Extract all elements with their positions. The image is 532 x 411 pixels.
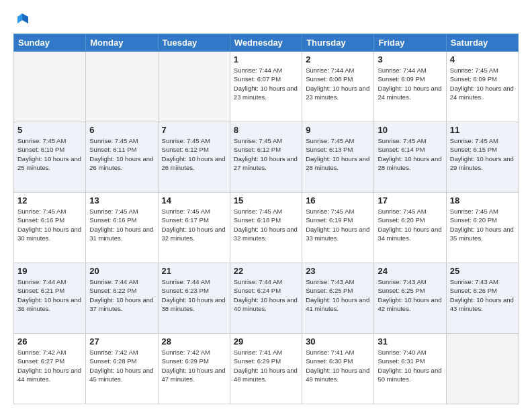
day-number: 25 (450, 266, 515, 276)
day-number: 29 (234, 336, 298, 347)
day-number: 26 (17, 336, 82, 347)
day-number: 4 (450, 54, 515, 64)
calendar-cell: 25Sunrise: 7:43 AM Sunset: 6:26 PM Dayli… (446, 263, 518, 334)
svg-marker-1 (17, 13, 22, 24)
calendar-cell: 14Sunrise: 7:45 AM Sunset: 6:17 PM Dayli… (158, 193, 230, 263)
day-number: 14 (162, 195, 226, 205)
day-info: Sunrise: 7:40 AM Sunset: 6:31 PM Dayligh… (378, 348, 442, 383)
day-number: 7 (162, 125, 226, 135)
day-number: 3 (378, 54, 442, 64)
day-number: 8 (234, 125, 298, 135)
day-info: Sunrise: 7:45 AM Sunset: 6:12 PM Dayligh… (234, 136, 298, 172)
day-info: Sunrise: 7:45 AM Sunset: 6:12 PM Dayligh… (162, 136, 226, 172)
svg-marker-0 (22, 13, 28, 24)
calendar-cell: 8Sunrise: 7:45 AM Sunset: 6:12 PM Daylig… (230, 122, 302, 193)
day-info: Sunrise: 7:41 AM Sunset: 6:30 PM Dayligh… (306, 348, 370, 383)
day-info: Sunrise: 7:45 AM Sunset: 6:15 PM Dayligh… (450, 136, 515, 172)
calendar-cell: 10Sunrise: 7:45 AM Sunset: 6:14 PM Dayli… (374, 122, 446, 193)
calendar-cell (158, 52, 230, 122)
day-number: 21 (162, 266, 226, 276)
day-info: Sunrise: 7:45 AM Sunset: 6:14 PM Dayligh… (378, 136, 442, 172)
calendar-cell: 18Sunrise: 7:45 AM Sunset: 6:20 PM Dayli… (446, 193, 518, 263)
calendar-week-row: 5Sunrise: 7:45 AM Sunset: 6:10 PM Daylig… (14, 122, 519, 193)
day-info: Sunrise: 7:41 AM Sunset: 6:29 PM Dayligh… (234, 348, 298, 383)
day-info: Sunrise: 7:43 AM Sunset: 6:26 PM Dayligh… (450, 277, 515, 313)
calendar-cell: 5Sunrise: 7:45 AM Sunset: 6:10 PM Daylig… (14, 122, 86, 193)
day-number: 12 (17, 195, 82, 205)
day-info: Sunrise: 7:45 AM Sunset: 6:16 PM Dayligh… (89, 207, 154, 242)
day-number: 30 (306, 336, 370, 347)
calendar-week-row: 26Sunrise: 7:42 AM Sunset: 6:27 PM Dayli… (14, 334, 519, 404)
day-info: Sunrise: 7:43 AM Sunset: 6:25 PM Dayligh… (306, 277, 370, 313)
calendar-cell: 15Sunrise: 7:45 AM Sunset: 6:18 PM Dayli… (230, 193, 302, 263)
calendar-cell: 24Sunrise: 7:43 AM Sunset: 6:25 PM Dayli… (374, 263, 446, 334)
day-info: Sunrise: 7:45 AM Sunset: 6:19 PM Dayligh… (306, 207, 370, 242)
day-info: Sunrise: 7:45 AM Sunset: 6:17 PM Dayligh… (162, 207, 226, 242)
weekday-header: Sunday (14, 34, 86, 52)
calendar-cell: 28Sunrise: 7:42 AM Sunset: 6:29 PM Dayli… (158, 334, 230, 404)
day-number: 16 (306, 195, 370, 205)
day-info: Sunrise: 7:44 AM Sunset: 6:09 PM Dayligh… (378, 66, 442, 101)
weekday-header: Thursday (302, 34, 374, 52)
calendar-cell: 31Sunrise: 7:40 AM Sunset: 6:31 PM Dayli… (374, 334, 446, 404)
day-number: 31 (378, 336, 442, 347)
calendar-cell: 2Sunrise: 7:44 AM Sunset: 6:08 PM Daylig… (302, 52, 374, 122)
day-info: Sunrise: 7:45 AM Sunset: 6:16 PM Dayligh… (17, 207, 82, 242)
weekday-header: Saturday (446, 34, 518, 52)
day-number: 24 (378, 266, 442, 276)
day-number: 11 (450, 125, 515, 135)
day-info: Sunrise: 7:43 AM Sunset: 6:25 PM Dayligh… (378, 277, 442, 313)
day-info: Sunrise: 7:44 AM Sunset: 6:22 PM Dayligh… (89, 277, 154, 313)
header (13, 12, 519, 27)
calendar-cell: 21Sunrise: 7:44 AM Sunset: 6:23 PM Dayli… (158, 263, 230, 334)
day-number: 9 (306, 125, 370, 135)
day-info: Sunrise: 7:44 AM Sunset: 6:08 PM Dayligh… (306, 66, 370, 101)
day-info: Sunrise: 7:42 AM Sunset: 6:29 PM Dayligh… (162, 348, 226, 383)
calendar-cell (14, 52, 86, 122)
day-number: 1 (234, 54, 298, 64)
calendar-cell: 9Sunrise: 7:45 AM Sunset: 6:13 PM Daylig… (302, 122, 374, 193)
day-info: Sunrise: 7:45 AM Sunset: 6:11 PM Dayligh… (89, 136, 154, 172)
calendar-cell: 30Sunrise: 7:41 AM Sunset: 6:30 PM Dayli… (302, 334, 374, 404)
weekday-header: Wednesday (230, 34, 302, 52)
day-number: 2 (306, 54, 370, 64)
logo-flag-icon (15, 12, 30, 27)
day-info: Sunrise: 7:42 AM Sunset: 6:27 PM Dayligh… (17, 348, 82, 383)
day-number: 5 (17, 125, 82, 135)
day-number: 22 (234, 266, 298, 276)
day-number: 15 (234, 195, 298, 205)
day-info: Sunrise: 7:45 AM Sunset: 6:18 PM Dayligh… (234, 207, 298, 242)
calendar-cell: 26Sunrise: 7:42 AM Sunset: 6:27 PM Dayli… (14, 334, 86, 404)
calendar-cell: 12Sunrise: 7:45 AM Sunset: 6:16 PM Dayli… (14, 193, 86, 263)
day-number: 20 (89, 266, 154, 276)
day-number: 13 (89, 195, 154, 205)
day-number: 23 (306, 266, 370, 276)
calendar-cell: 11Sunrise: 7:45 AM Sunset: 6:15 PM Dayli… (446, 122, 518, 193)
day-number: 17 (378, 195, 442, 205)
day-number: 18 (450, 195, 515, 205)
calendar-cell: 17Sunrise: 7:45 AM Sunset: 6:20 PM Dayli… (374, 193, 446, 263)
day-info: Sunrise: 7:42 AM Sunset: 6:28 PM Dayligh… (89, 348, 154, 383)
day-info: Sunrise: 7:45 AM Sunset: 6:09 PM Dayligh… (450, 66, 515, 101)
calendar-cell: 29Sunrise: 7:41 AM Sunset: 6:29 PM Dayli… (230, 334, 302, 404)
logo (13, 12, 30, 27)
calendar-cell: 19Sunrise: 7:44 AM Sunset: 6:21 PM Dayli… (14, 263, 86, 334)
calendar-cell (446, 334, 518, 404)
day-info: Sunrise: 7:44 AM Sunset: 6:21 PM Dayligh… (17, 277, 82, 313)
weekday-header-row: SundayMondayTuesdayWednesdayThursdayFrid… (14, 34, 519, 52)
day-info: Sunrise: 7:45 AM Sunset: 6:10 PM Dayligh… (17, 136, 82, 172)
calendar-cell (86, 52, 158, 122)
calendar-cell: 1Sunrise: 7:44 AM Sunset: 6:07 PM Daylig… (230, 52, 302, 122)
page: SundayMondayTuesdayWednesdayThursdayFrid… (0, 0, 532, 411)
day-number: 10 (378, 125, 442, 135)
calendar-cell: 4Sunrise: 7:45 AM Sunset: 6:09 PM Daylig… (446, 52, 518, 122)
weekday-header: Tuesday (158, 34, 230, 52)
day-info: Sunrise: 7:44 AM Sunset: 6:24 PM Dayligh… (234, 277, 298, 313)
day-info: Sunrise: 7:45 AM Sunset: 6:13 PM Dayligh… (306, 136, 370, 172)
calendar-week-row: 12Sunrise: 7:45 AM Sunset: 6:16 PM Dayli… (14, 193, 519, 263)
day-number: 27 (89, 336, 154, 347)
calendar-cell: 7Sunrise: 7:45 AM Sunset: 6:12 PM Daylig… (158, 122, 230, 193)
weekday-header: Friday (374, 34, 446, 52)
calendar-cell: 6Sunrise: 7:45 AM Sunset: 6:11 PM Daylig… (86, 122, 158, 193)
calendar-week-row: 19Sunrise: 7:44 AM Sunset: 6:21 PM Dayli… (14, 263, 519, 334)
